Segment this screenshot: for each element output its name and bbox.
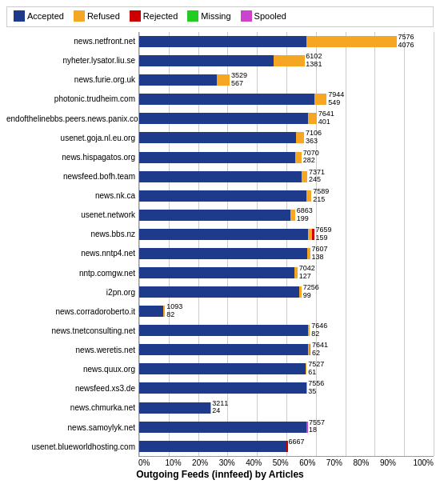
y-axis-label: newsfeed.xs3.de bbox=[6, 385, 135, 393]
bar-refused bbox=[306, 190, 311, 202]
bar-value-label: 7659159 bbox=[315, 226, 331, 242]
legend-label: Missing bbox=[201, 11, 230, 21]
bar-accepted bbox=[139, 171, 302, 182]
bar-refused bbox=[314, 94, 326, 105]
bar-accepted bbox=[139, 55, 274, 66]
x-axis-tick: 10% bbox=[166, 458, 193, 467]
legend-label: Spooled bbox=[254, 11, 286, 21]
bar-value-label: 7070282 bbox=[303, 150, 319, 166]
legend-label: Rejected bbox=[143, 11, 178, 21]
bar-value-label: 7371245 bbox=[309, 169, 325, 185]
legend-label: Accepted bbox=[27, 11, 64, 21]
bar-value-label: 109382 bbox=[166, 303, 182, 319]
bar-row: 7042127 bbox=[139, 266, 434, 280]
bar-value-label: 7106363 bbox=[306, 130, 322, 146]
bar-value-label: 6667 bbox=[288, 438, 304, 446]
bar-row: 7070282 bbox=[139, 150, 434, 165]
bar-value-label: 7042127 bbox=[299, 265, 315, 281]
y-axis-label: usenet.network bbox=[6, 211, 135, 219]
bar-refused bbox=[302, 171, 307, 182]
legend-item: Rejected bbox=[130, 10, 178, 22]
bar-row: 7944549 bbox=[139, 92, 434, 106]
y-axis-label: news.chmurka.net bbox=[6, 404, 135, 412]
y-axis-label: usenet.goja.nl.eu.org bbox=[6, 134, 135, 142]
bar-row: 75764076 bbox=[139, 34, 434, 49]
bar-accepted bbox=[139, 382, 306, 394]
bar-row: 755718 bbox=[139, 420, 434, 434]
y-axis-label: news.hispagatos.org bbox=[6, 154, 135, 162]
bar-row: 7371245 bbox=[139, 170, 434, 184]
y-axis-label: news.corradoroberto.it bbox=[6, 308, 135, 316]
bar-refused bbox=[163, 306, 165, 317]
bar-row: 725699 bbox=[139, 285, 434, 299]
bar-value-label: 7589215 bbox=[313, 188, 329, 204]
chart-area: news.netfront.netnyheter.lysator.liu.sen… bbox=[6, 32, 434, 480]
bar-refused bbox=[299, 286, 302, 298]
y-labels: news.netfront.netnyheter.lysator.liu.sen… bbox=[6, 32, 138, 457]
bar-refused bbox=[306, 382, 307, 394]
y-axis-label: i2pn.org bbox=[6, 289, 135, 297]
bar-accepted bbox=[139, 190, 306, 202]
bar-row: 752761 bbox=[139, 362, 434, 376]
legend-color-box bbox=[187, 10, 198, 22]
bar-accepted bbox=[139, 441, 286, 452]
bar-value-label: 7944549 bbox=[328, 91, 344, 107]
bar-value-label: 6863199 bbox=[297, 207, 313, 223]
bar-row: 109382 bbox=[139, 304, 434, 318]
bar-accepted bbox=[139, 402, 210, 414]
legend-label: Refused bbox=[87, 11, 120, 21]
legend-color-box bbox=[130, 10, 141, 22]
y-axis-label: news.bbs.nz bbox=[6, 230, 135, 238]
bar-row: 321124 bbox=[139, 401, 434, 415]
bar-row: 3529567 bbox=[139, 73, 434, 87]
y-axis-label: news.quux.org bbox=[6, 366, 135, 374]
bar-accepted bbox=[139, 248, 307, 259]
bar-refused bbox=[294, 267, 298, 278]
bar-row: 764682 bbox=[139, 323, 434, 338]
bar-accepted bbox=[139, 94, 314, 105]
bar-refused bbox=[308, 113, 317, 124]
y-axis-label: newsfeed.bofh.team bbox=[6, 173, 135, 181]
bar-refused bbox=[308, 325, 310, 336]
bar-value-label: 7641401 bbox=[318, 110, 334, 126]
bar-value-label: 321124 bbox=[212, 400, 228, 416]
x-axis-tick: 80% bbox=[353, 458, 380, 467]
bar-row: 7106363 bbox=[139, 130, 434, 145]
x-axis-tick: 50% bbox=[273, 458, 300, 467]
bar-value-label: 75764076 bbox=[398, 34, 414, 50]
bar-rejected bbox=[312, 229, 314, 240]
bar-value-label: 764162 bbox=[312, 342, 328, 358]
x-axis-labels: 0%10%20%30%40%50%60%70%80%90%100% bbox=[6, 458, 434, 467]
bar-row: 7659159 bbox=[139, 227, 434, 242]
bar-accepted bbox=[139, 325, 308, 336]
y-axis-label: news.nk.ca bbox=[6, 192, 135, 200]
bar-row: 6667 bbox=[139, 439, 434, 454]
bar-row: 7607138 bbox=[139, 246, 434, 261]
x-axis-tick: 100% bbox=[406, 458, 434, 467]
bar-accepted bbox=[139, 363, 306, 374]
bar-refused bbox=[210, 402, 211, 414]
y-axis-label: nntp.comgw.net bbox=[6, 270, 135, 278]
y-axis-label: news.weretis.net bbox=[6, 346, 135, 354]
bar-row: 7641401 bbox=[139, 111, 434, 126]
legend-item: Missing bbox=[187, 10, 230, 22]
chart-inner: news.netfront.netnyheter.lysator.liu.sen… bbox=[6, 32, 434, 457]
chart-title: Outgoing Feeds (innfeed) by Articles bbox=[6, 469, 434, 480]
bar-accepted bbox=[139, 286, 299, 298]
bar-row: 755635 bbox=[139, 381, 434, 395]
bar-value-label: 725699 bbox=[303, 284, 319, 300]
x-axis-tick: 30% bbox=[219, 458, 246, 467]
bar-accepted bbox=[139, 422, 306, 433]
y-axis-label: nyheter.lysator.liu.se bbox=[6, 57, 135, 65]
bar-value-label: 3529567 bbox=[231, 72, 247, 88]
bar-spooled bbox=[310, 344, 311, 355]
bar-accepted bbox=[139, 74, 217, 86]
legend-color-box bbox=[241, 10, 252, 22]
y-axis-label: news.tnetconsulting.net bbox=[6, 327, 135, 335]
bar-refused bbox=[296, 132, 304, 143]
bar-value-label: 61021381 bbox=[306, 53, 322, 69]
bar-accepted bbox=[139, 267, 294, 278]
bar-refused bbox=[306, 363, 307, 374]
chart-container: AcceptedRefusedRejectedMissingSpooled ne… bbox=[0, 0, 440, 504]
bar-value-label: 755635 bbox=[308, 380, 324, 396]
